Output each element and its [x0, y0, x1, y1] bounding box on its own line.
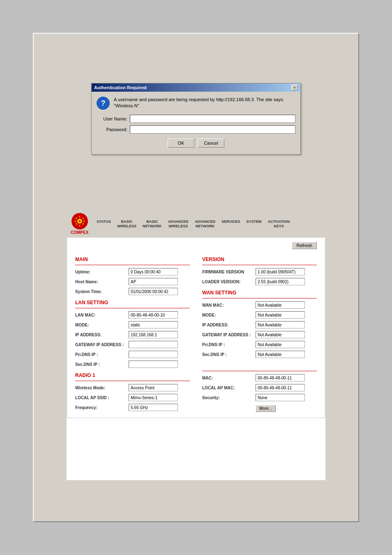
radio-mac-row: MAC: 00-80-48-48-00-11	[202, 374, 317, 382]
local-ap-mac-row: LOCAL AP MAC: 00-80-48-48-00-11	[202, 384, 317, 392]
lan-ip-label: IP ADDRESS:	[75, 333, 129, 337]
more-button[interactable]: More...	[256, 405, 276, 412]
tab-activation-keys[interactable]: ACTIVATION KEYS	[268, 220, 290, 229]
nav-tabs: STATUS BASIC WIRELESS BASIC NETWORK ADVA…	[97, 220, 290, 229]
auth-buttons: OK Cancel	[97, 139, 295, 148]
outer-frame: Authentication Required × ? A username a…	[33, 33, 359, 522]
loader-row: LOADER VERSION: 2.55 (build 0902)	[202, 278, 317, 286]
router-header: COMPEX STATUS BASIC WIRELESS BASIC NETWO…	[67, 210, 325, 237]
refresh-button[interactable]: Refresh	[292, 242, 317, 249]
password-input[interactable]	[130, 125, 295, 134]
tab-advanced-network[interactable]: ADVANCED NETWORK	[195, 220, 215, 229]
wan-divider	[202, 298, 317, 298]
security-row: Security: None	[202, 393, 317, 402]
lan-mode-value: static	[129, 321, 178, 328]
frequency-value: 5.66 GHz	[129, 404, 178, 411]
refresh-row: Refresh	[75, 242, 317, 249]
ok-button[interactable]: OK	[168, 139, 194, 148]
left-column: MAIN Uptime: 0 Days 00:00:40 Host Name: …	[75, 252, 190, 414]
tab-services[interactable]: SERVICES	[221, 220, 240, 229]
wireless-mode-value: Access Point	[129, 384, 178, 391]
svg-rect-3	[79, 216, 80, 217]
auth-question-icon: ?	[97, 97, 110, 110]
main-divider	[75, 265, 190, 265]
auth-message-text: A username and password are being reques…	[114, 97, 295, 109]
wan-mode-value: Not Available	[256, 311, 305, 319]
systemtime-row: System Time: 01/01/2000 00:00:42	[75, 287, 190, 296]
svg-rect-4	[79, 225, 80, 227]
auth-message-row: ? A username and password are being requ…	[97, 97, 295, 110]
lan-gw-label: GATEWAY IP ADDRESS :	[75, 342, 129, 347]
compex-logo: COMPEX	[71, 213, 88, 235]
router-content: Refresh MAIN Uptime: 0 Days 00:00:40 Hos…	[67, 237, 325, 418]
wan-gw-label: GATEWAY IP ADDRESS :	[202, 333, 256, 337]
lan-pridns-label: Pri.DNS IP :	[75, 352, 129, 357]
wan-ip-value: Not Available	[256, 321, 305, 328]
version-divider	[202, 265, 317, 265]
svg-rect-5	[74, 221, 76, 222]
auth-titlebar: Authentication Required ×	[92, 83, 300, 92]
logo-text: COMPEX	[71, 230, 88, 235]
lan-mac-value: 00-80-48-48-00-10	[129, 311, 178, 319]
lan-divider	[75, 308, 190, 308]
tab-basic-network[interactable]: BASIC NETWORK	[143, 220, 162, 229]
tab-status[interactable]: STATUS	[97, 220, 111, 229]
wan-gw-value: Not Available	[256, 331, 305, 338]
wan-gw-row: GATEWAY IP ADDRESS : Not Available	[202, 331, 317, 339]
hostname-row: Host Name: AP	[75, 278, 190, 286]
wan-secdns-value: Not Available	[256, 351, 305, 358]
lan-pridns-value	[129, 351, 178, 358]
local-ap-mac-label: LOCAL AP MAC:	[202, 386, 256, 390]
lan-ip-value: 192.168.168.1	[129, 331, 178, 338]
tab-system[interactable]: SYSTEM	[247, 220, 262, 229]
wan-mac-value: Not Available	[256, 301, 305, 309]
auth-dialog: Authentication Required × ? A username a…	[91, 83, 301, 155]
status-layout: MAIN Uptime: 0 Days 00:00:40 Host Name: …	[75, 252, 317, 414]
auth-title: Authentication Required	[94, 85, 147, 90]
username-label: User Name:	[97, 116, 127, 121]
username-input[interactable]	[130, 115, 295, 123]
wan-pridns-label: Pri.DNS IP :	[202, 342, 256, 347]
lan-section-title: LAN SETTING	[75, 300, 190, 305]
radio-mac-value: 00-80-48-48-00-11	[256, 374, 305, 382]
wan-ip-row: IP ADDRESS: Not Available	[202, 321, 317, 329]
wan-section-title: WAN SETTING	[202, 290, 317, 296]
radio-right-divider	[202, 371, 317, 371]
wan-pridns-value: Not Available	[256, 341, 305, 348]
local-ap-ssid-value: Mimo-Series-1	[129, 394, 178, 401]
logo-circle	[71, 213, 88, 229]
cancel-button[interactable]: Cancel	[198, 139, 224, 148]
auth-body: ? A username and password are being requ…	[92, 92, 300, 154]
tab-advanced-wireless[interactable]: ADVANCED WIRELESS	[168, 220, 189, 229]
security-value: None	[256, 394, 305, 401]
version-section-title: VERSION	[202, 257, 317, 262]
wan-pridns-row: Pri.DNS IP : Not Available	[202, 340, 317, 349]
lan-mode-row: MODE: static	[75, 321, 190, 329]
username-row: User Name:	[97, 115, 295, 123]
wan-mac-row: WAN MAC: Not Available	[202, 301, 317, 309]
firmware-row: FIRMWARE VERSION 1.00 (build 090504T)	[202, 268, 317, 276]
hostname-value: AP	[129, 278, 178, 285]
radio-section-title: RADIO 1	[75, 372, 190, 378]
tab-basic-wireless[interactable]: BASIC WIRELESS	[117, 220, 136, 229]
frequency-label: Frequency:	[75, 405, 129, 410]
lan-ip-row: IP ADDRESS: 192.168.168.1	[75, 331, 190, 339]
radio-right-spacer	[202, 363, 317, 368]
uptime-value: 0 Days 00:00:40	[129, 268, 178, 275]
right-column: VERSION FIRMWARE VERSION 1.00 (build 090…	[202, 252, 317, 414]
password-label: Password:	[97, 127, 127, 132]
radio-mac-label: MAC:	[202, 376, 256, 380]
wan-mode-row: MODE: Not Available	[202, 311, 317, 319]
loader-value: 2.55 (build 0902)	[256, 278, 305, 285]
systemtime-value: 01/01/2000 00:00:42	[129, 288, 178, 295]
password-row: Password:	[97, 125, 295, 134]
wireless-mode-row: Wireless Mode: Access Point	[75, 384, 190, 392]
wan-secdns-row: Sec.DNS IP : Not Available	[202, 350, 317, 358]
hostname-label: Host Name:	[75, 280, 129, 284]
lan-secdns-value	[129, 361, 178, 368]
security-label: Security:	[202, 395, 256, 400]
uptime-label: Uptime:	[75, 270, 129, 274]
local-ap-mac-value: 00-80-48-48-00-11	[256, 384, 305, 391]
local-ap-ssid-label: LOCAL AP SSID :	[75, 395, 129, 400]
auth-close-button[interactable]: ×	[291, 85, 298, 90]
